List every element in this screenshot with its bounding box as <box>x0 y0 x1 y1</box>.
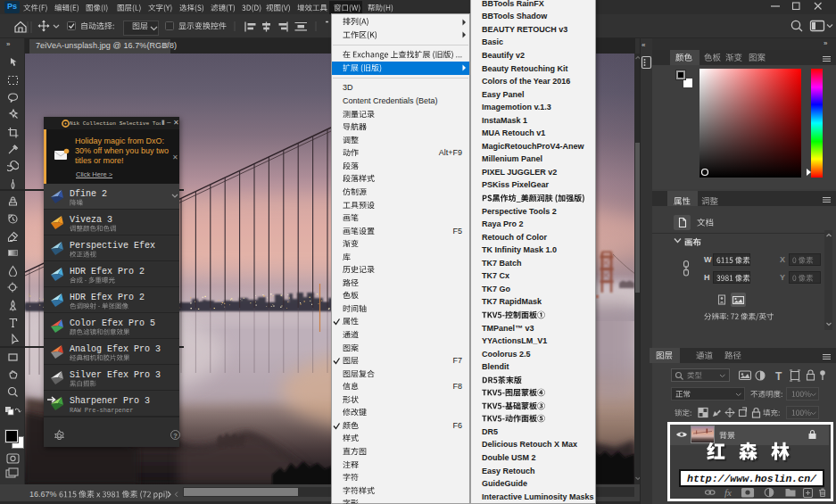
svg-text:fx: fx <box>724 487 732 498</box>
svg-text:T: T <box>775 370 782 383</box>
